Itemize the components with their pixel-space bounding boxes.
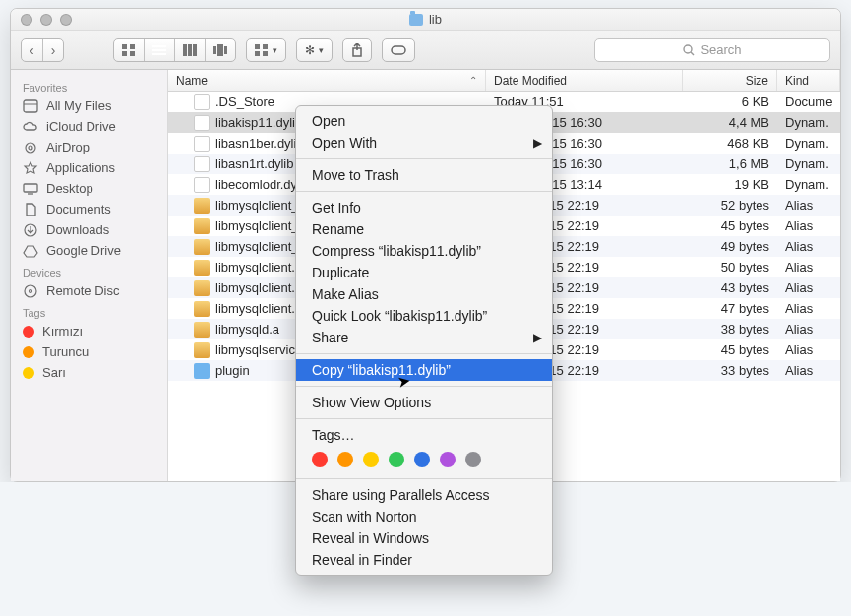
- file-size: 45 bytes: [683, 218, 777, 233]
- coverflow-view-button[interactable]: [205, 39, 235, 61]
- sidebar-item-label: AirDrop: [46, 140, 90, 154]
- menu-separator: [296, 478, 552, 479]
- menu-make-alias[interactable]: Make Alias: [296, 283, 552, 305]
- tag-color-button[interactable]: [337, 452, 353, 467]
- svg-rect-14: [263, 44, 268, 49]
- cloud-icon: [23, 120, 38, 134]
- file-name: libmysqld.a: [215, 322, 279, 337]
- svg-rect-21: [24, 100, 37, 112]
- sidebar-item-label: All My Files: [46, 98, 111, 113]
- column-size[interactable]: Size: [683, 70, 777, 91]
- all-files-icon: [23, 99, 38, 113]
- column-kind[interactable]: Kind: [777, 70, 840, 91]
- svg-point-29: [30, 289, 32, 292]
- file-size: 52 bytes: [683, 198, 777, 213]
- menu-quick-look[interactable]: Quick Look “libakisp11.dylib”: [296, 305, 552, 327]
- tag-color-button[interactable]: [389, 452, 404, 467]
- window-title: lib: [409, 12, 442, 27]
- file-size: 45 bytes: [683, 342, 777, 357]
- tag-color-button[interactable]: [440, 452, 456, 467]
- list-view-button[interactable]: [144, 39, 174, 61]
- svg-line-20: [691, 52, 694, 55]
- file-kind: Alias: [777, 363, 840, 378]
- file-kind: Alias: [777, 239, 840, 254]
- tag-color-button[interactable]: [414, 452, 430, 467]
- menu-separator: [296, 353, 552, 354]
- minimize-window-button[interactable]: [40, 14, 52, 26]
- window-controls: [21, 14, 72, 26]
- file-kind: Dynam.: [777, 156, 840, 171]
- svg-point-23: [26, 143, 35, 153]
- back-button[interactable]: ‹: [22, 39, 42, 61]
- share-button[interactable]: [342, 38, 372, 62]
- disc-icon: [23, 284, 38, 298]
- apps-icon: [23, 161, 38, 175]
- tags-button[interactable]: [382, 38, 415, 62]
- sidebar-item-label: Kırmızı: [42, 324, 83, 339]
- sidebar-item-label: Documents: [46, 202, 111, 216]
- svg-rect-10: [213, 46, 216, 54]
- window-title-text: lib: [429, 12, 442, 27]
- sidebar: Favorites All My FilesiCloud DriveAirDro…: [11, 70, 168, 481]
- action-button[interactable]: ✻▾: [296, 38, 333, 62]
- tag-color-button[interactable]: [363, 452, 379, 467]
- menu-open[interactable]: Open: [296, 110, 552, 132]
- tag-icon: [391, 44, 406, 56]
- sidebar-item-label: Remote Disc: [46, 283, 119, 298]
- tag-color-button[interactable]: [312, 452, 328, 467]
- svg-rect-7: [183, 44, 187, 56]
- svg-point-19: [684, 45, 692, 53]
- sidebar-item[interactable]: iCloud Drive: [19, 116, 167, 137]
- svg-rect-25: [24, 184, 37, 192]
- sidebar-tag[interactable]: Turuncu: [19, 341, 167, 362]
- file-size: 1,6 MB: [683, 156, 777, 171]
- menu-separator: [296, 418, 552, 419]
- file-kind: Alias: [777, 218, 840, 233]
- file-kind: Docume: [777, 94, 840, 109]
- svg-rect-5: [152, 49, 166, 51]
- sidebar-item[interactable]: Google Drive: [19, 240, 167, 261]
- column-name[interactable]: Name⌃: [168, 70, 486, 91]
- menu-open-with[interactable]: Open With▶: [296, 132, 552, 154]
- sidebar-item-label: Desktop: [46, 181, 93, 196]
- search-input[interactable]: Search: [594, 38, 830, 62]
- column-date[interactable]: Date Modified: [486, 70, 683, 91]
- menu-tags-label[interactable]: Tags…: [296, 424, 552, 446]
- sidebar-tag[interactable]: Kırmızı: [19, 321, 167, 341]
- svg-rect-6: [152, 53, 166, 55]
- file-kind: Alias: [777, 342, 840, 357]
- file-name: libakisp11.dylib: [215, 115, 302, 130]
- forward-button[interactable]: ›: [42, 39, 64, 61]
- column-view-button[interactable]: [174, 39, 205, 61]
- svg-rect-11: [217, 44, 223, 56]
- menu-compress[interactable]: Compress “libakisp11.dylib”: [296, 240, 552, 262]
- search-placeholder: Search: [700, 42, 741, 57]
- toolbar: ‹ › ▾ ✻▾: [11, 31, 840, 70]
- sidebar-item[interactable]: All My Files: [19, 95, 167, 116]
- sidebar-item[interactable]: Documents: [19, 199, 167, 219]
- svg-rect-2: [122, 51, 127, 56]
- sidebar-tag[interactable]: Sarı: [19, 362, 167, 383]
- sidebar-item[interactable]: Desktop: [19, 178, 167, 199]
- zoom-window-button[interactable]: [60, 14, 72, 26]
- close-window-button[interactable]: [21, 14, 32, 26]
- menu-move-to-trash[interactable]: Move to Trash: [296, 164, 552, 186]
- sidebar-item[interactable]: Remote Disc: [19, 280, 167, 301]
- menu-share[interactable]: Share▶: [296, 327, 552, 348]
- menu-get-info[interactable]: Get Info: [296, 197, 552, 218]
- menu-separator: [296, 386, 552, 387]
- menu-duplicate[interactable]: Duplicate: [296, 262, 552, 283]
- sidebar-item[interactable]: Applications: [19, 157, 167, 178]
- menu-rename[interactable]: Rename: [296, 218, 552, 240]
- icon-view-button[interactable]: [114, 39, 144, 61]
- sidebar-item[interactable]: AirDrop: [19, 137, 167, 157]
- nav-back-forward: ‹ ›: [21, 38, 64, 62]
- menu-show-view-options[interactable]: Show View Options: [296, 392, 552, 413]
- file-size: 6 KB: [683, 94, 777, 109]
- file-size: 38 bytes: [683, 322, 777, 337]
- tag-color-button[interactable]: [465, 452, 481, 467]
- menu-copy[interactable]: Copy “libakisp11.dylib”: [296, 359, 552, 381]
- share-icon: [351, 43, 363, 57]
- arrange-button[interactable]: ▾: [246, 38, 286, 62]
- sidebar-item[interactable]: Downloads: [19, 219, 167, 240]
